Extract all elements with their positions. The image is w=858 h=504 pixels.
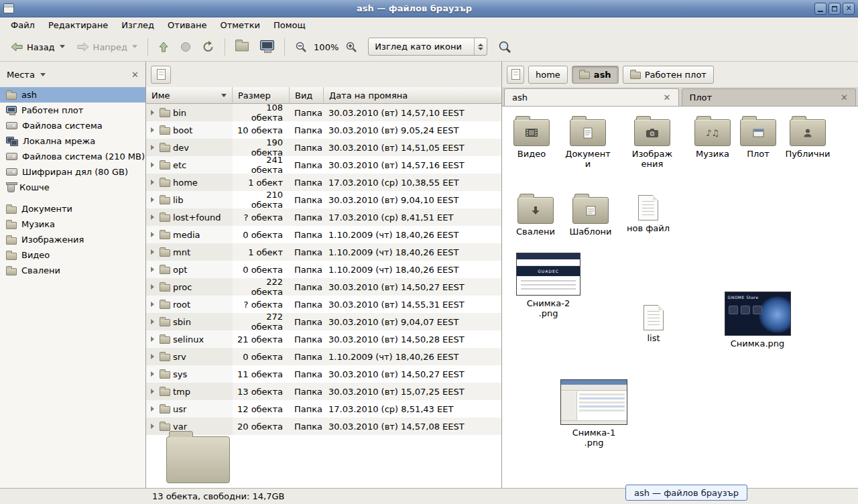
- sidebar-item-desktop[interactable]: Работен плот: [0, 103, 145, 118]
- expander-icon[interactable]: [151, 180, 154, 185]
- table-row[interactable]: selinux21 обектаПапка30.03.2010 (вт) 14,…: [146, 330, 501, 348]
- path-button-ash[interactable]: ash: [572, 66, 619, 84]
- table-row[interactable]: sbin272 обектаПапка30.03.2010 (вт) 9,04,…: [146, 313, 501, 330]
- sidebar-item-filesystem[interactable]: Файлова система: [0, 118, 145, 133]
- sidebar-item-music[interactable]: Музика: [0, 216, 145, 232]
- expander-icon[interactable]: [151, 389, 154, 394]
- sidebar-close-button[interactable]: ✕: [131, 70, 139, 79]
- table-row[interactable]: bin108 обектаПапка30.03.2010 (вт) 14,57,…: [146, 104, 501, 121]
- sidebar-header: Места ✕: [0, 62, 145, 87]
- view-mode-select[interactable]: Изглед като икони: [368, 38, 487, 56]
- folder-item-desktop[interactable]: Плот: [734, 115, 782, 159]
- expander-icon[interactable]: [151, 145, 154, 150]
- file-item-new-file[interactable]: нов файл: [620, 190, 676, 233]
- minimize-button[interactable]: [814, 3, 826, 15]
- table-row[interactable]: usr12 обектаПапка17.03.2010 (ср) 8,51,43…: [146, 400, 501, 418]
- table-row[interactable]: media0 обектаПапка1.10.2009 (чт) 18,40,2…: [146, 226, 501, 243]
- computer-button[interactable]: [255, 36, 279, 58]
- menu-bookmarks[interactable]: Отметки: [213, 19, 266, 32]
- home-button[interactable]: [231, 36, 253, 58]
- table-row[interactable]: opt0 обектаПапка1.10.2009 (чт) 18,40,26 …: [146, 261, 501, 278]
- tab-close-button[interactable]: ✕: [664, 93, 671, 102]
- menu-go[interactable]: Отиване: [161, 19, 213, 32]
- sidebar-item-ash[interactable]: ash: [0, 87, 145, 103]
- file-item-snimka1[interactable]: Снимка-1.png: [557, 379, 631, 448]
- path-button-desktop[interactable]: Работен плот: [623, 66, 714, 84]
- table-row[interactable]: boot10 обектаПапка30.03.2010 (вт) 9,05,2…: [146, 121, 501, 139]
- search-button[interactable]: [493, 36, 516, 58]
- forward-button[interactable]: Напред: [72, 36, 142, 58]
- expander-icon[interactable]: [151, 284, 154, 290]
- sidebar-item-documents[interactable]: Документи: [0, 201, 145, 216]
- zoom-in-button[interactable]: [341, 36, 362, 58]
- sidebar-item-trash[interactable]: Кошче: [0, 180, 145, 195]
- expander-icon[interactable]: [151, 232, 154, 237]
- tab-close-button[interactable]: ✕: [841, 93, 848, 102]
- folder-item-downloads[interactable]: Свалени: [507, 192, 564, 237]
- menu-help[interactable]: Помощ: [267, 19, 312, 32]
- expander-icon[interactable]: [151, 354, 154, 359]
- table-row[interactable]: lib210 обектаПапка30.03.2010 (вт) 9,04,1…: [146, 191, 501, 208]
- table-row[interactable]: var20 обектаПапка30.03.2010 (вт) 14,57,0…: [146, 418, 501, 435]
- folder-item-music[interactable]: ♪♫ Музика: [684, 115, 741, 159]
- expander-icon[interactable]: [151, 267, 154, 272]
- menu-file[interactable]: Файл: [4, 19, 42, 32]
- file-item-list[interactable]: list: [627, 300, 680, 343]
- sidebar-item-video[interactable]: Видео: [0, 247, 145, 263]
- sidebar-item-pictures[interactable]: Изображения: [0, 232, 145, 247]
- file-item-snimka2[interactable]: GUADEC Снимка-2.png: [511, 253, 585, 318]
- table-row[interactable]: tmp13 обектаПапка30.03.2010 (вт) 15,07,2…: [146, 383, 501, 400]
- table-row[interactable]: dev190 обектаПапка30.03.2010 (вт) 14,51,…: [146, 139, 501, 156]
- folder-item-templates[interactable]: Шаблони: [562, 192, 619, 237]
- folder-item-pictures[interactable]: Изображения: [620, 115, 684, 169]
- folder-item-public[interactable]: Публични: [782, 115, 834, 159]
- table-row[interactable]: etc241 обектаПапка30.03.2010 (вт) 14,57,…: [146, 156, 501, 174]
- folder-item-video[interactable]: Видео: [503, 115, 560, 159]
- column-header-size[interactable]: Размер: [233, 87, 290, 104]
- table-row[interactable]: lost+found? обектаПапка17.03.2010 (ср) 8…: [146, 208, 501, 226]
- expander-icon[interactable]: [151, 249, 154, 255]
- expander-icon[interactable]: [151, 214, 154, 220]
- sidebar-item-downloads[interactable]: Свалени: [0, 263, 145, 278]
- chevron-down-icon: [60, 45, 65, 48]
- table-row[interactable]: proc222 обектаПапка30.03.2010 (вт) 14,50…: [146, 278, 501, 296]
- file-item-snimka[interactable]: GNOME Store Снимка.png: [717, 292, 798, 349]
- expander-icon[interactable]: [151, 197, 154, 202]
- menu-view[interactable]: Изглед: [115, 19, 161, 32]
- back-button[interactable]: Назад: [5, 36, 70, 58]
- expander-icon[interactable]: [151, 319, 154, 324]
- menu-edit[interactable]: Редактиране: [42, 19, 115, 32]
- table-row[interactable]: mnt1 обектПапка1.10.2009 (чт) 18,40,26 E…: [146, 243, 501, 261]
- up-button[interactable]: [154, 36, 174, 58]
- expander-icon[interactable]: [151, 424, 154, 429]
- expander-icon[interactable]: [151, 302, 154, 307]
- tab-ash[interactable]: ash ✕: [504, 88, 679, 106]
- maximize-button[interactable]: [829, 3, 841, 15]
- location-toggle-button[interactable]: [507, 66, 524, 84]
- column-header-name[interactable]: Име: [146, 87, 233, 104]
- sidebar-item-filesystem-210mb[interactable]: Файлова система (210 MB): [0, 149, 145, 164]
- sidebar-title[interactable]: Места: [7, 70, 35, 80]
- sidebar-item-network[interactable]: Локална мрежа: [0, 133, 145, 149]
- table-row[interactable]: srv0 обектаПапка1.10.2009 (чт) 18,40,26 …: [146, 348, 501, 365]
- tab-desktop[interactable]: Плот ✕: [682, 88, 857, 106]
- expander-icon[interactable]: [151, 110, 154, 115]
- folder-item-documents[interactable]: Документи: [560, 115, 616, 169]
- location-toggle-button[interactable]: [151, 66, 171, 84]
- stop-button[interactable]: [176, 36, 196, 58]
- table-row[interactable]: sys11 обектаПапка30.03.2010 (вт) 14,50,2…: [146, 365, 501, 383]
- column-header-date[interactable]: Дата на промяна: [324, 87, 501, 104]
- sidebar-item-encrypted[interactable]: Шифриран дял (80 GB): [0, 164, 145, 180]
- expander-icon[interactable]: [151, 127, 154, 133]
- expander-icon[interactable]: [151, 371, 154, 377]
- column-header-type[interactable]: Вид: [290, 87, 324, 104]
- path-button-home[interactable]: home: [528, 66, 568, 84]
- expander-icon[interactable]: [151, 162, 154, 168]
- expander-icon[interactable]: [151, 406, 154, 412]
- table-row[interactable]: home1 обектПапка17.03.2010 (ср) 10,38,55…: [146, 174, 501, 191]
- reload-button[interactable]: [198, 36, 219, 58]
- expander-icon[interactable]: [151, 336, 154, 342]
- table-row[interactable]: root? обектаПапка30.03.2010 (вт) 14,55,3…: [146, 296, 501, 313]
- close-button[interactable]: ✕: [843, 3, 855, 15]
- zoom-out-button[interactable]: [290, 36, 312, 58]
